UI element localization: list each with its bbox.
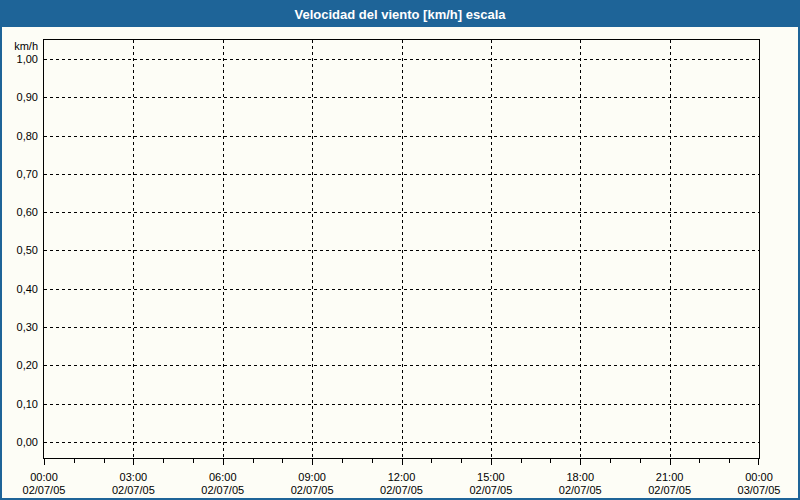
x-tick-date: 02/07/05 (270, 484, 354, 497)
chart-title-bar: Velocidad del viento [km/h] escala (2, 2, 798, 27)
x-tick-label: 18:0002/07/05 (538, 471, 622, 497)
x-tick-time: 09:00 (270, 471, 354, 484)
vertical-gridline (312, 40, 313, 458)
chart-window: Velocidad del viento [km/h] escala km/h … (0, 0, 800, 500)
x-tick-date: 02/07/05 (91, 484, 175, 497)
x-axis-major-tick (670, 459, 671, 465)
y-tick-label: 0,50 (2, 243, 38, 257)
y-tick-label: 0,60 (2, 205, 38, 219)
y-tick-label: 0,20 (2, 358, 38, 372)
x-tick-label: 12:0002/07/05 (360, 471, 444, 497)
x-tick-time: 03:00 (91, 471, 175, 484)
x-axis-major-tick (44, 459, 45, 465)
x-axis-minor-tick (550, 459, 551, 463)
y-tick-label: 0,40 (2, 282, 38, 296)
y-tick-label: 0,00 (2, 435, 38, 449)
x-axis-minor-tick (193, 459, 194, 463)
x-axis-minor-tick (163, 459, 164, 463)
x-axis-minor-tick (431, 459, 432, 463)
x-axis-minor-tick (699, 459, 700, 463)
x-axis-major-tick (223, 459, 224, 465)
x-axis-minor-tick (461, 459, 462, 463)
vertical-gridline (133, 40, 134, 458)
x-tick-date: 02/07/05 (360, 484, 444, 497)
x-tick-date: 03/07/05 (717, 484, 800, 497)
x-tick-date: 02/07/05 (2, 484, 86, 497)
x-axis-major-tick (758, 459, 759, 465)
chart-title: Velocidad del viento [km/h] escala (295, 7, 506, 22)
x-tick-time: 12:00 (360, 471, 444, 484)
x-axis-minor-tick (729, 459, 730, 463)
vertical-gridline (223, 40, 224, 458)
y-tick-label: 0,70 (2, 167, 38, 181)
vertical-gridline (491, 40, 492, 458)
x-tick-label: 15:0002/07/05 (449, 471, 533, 497)
y-tick-label: 0,80 (2, 129, 38, 143)
x-tick-date: 02/07/05 (449, 484, 533, 497)
plot-area (43, 39, 760, 459)
x-tick-time: 18:00 (538, 471, 622, 484)
x-tick-label: 09:0002/07/05 (270, 471, 354, 497)
x-axis-major-tick (312, 459, 313, 465)
y-tick-label: 0,90 (2, 90, 38, 104)
x-tick-label: 03:0002/07/05 (91, 471, 175, 497)
x-axis-minor-tick (640, 459, 641, 463)
x-axis-minor-tick (521, 459, 522, 463)
vertical-gridline (580, 40, 581, 458)
x-axis-minor-tick (610, 459, 611, 463)
x-tick-time: 00:00 (2, 471, 86, 484)
x-tick-date: 02/07/05 (628, 484, 712, 497)
x-axis-major-tick (491, 459, 492, 465)
x-tick-date: 02/07/05 (538, 484, 622, 497)
x-tick-label: 00:0002/07/05 (2, 471, 86, 497)
x-axis-minor-tick (74, 459, 75, 463)
x-axis-minor-tick (104, 459, 105, 463)
x-tick-label: 21:0002/07/05 (628, 471, 712, 497)
y-tick-label: 0,10 (2, 397, 38, 411)
vertical-gridline (670, 40, 671, 458)
x-tick-time: 06:00 (181, 471, 265, 484)
vertical-gridline (402, 40, 403, 458)
x-axis-minor-tick (342, 459, 343, 463)
x-tick-label: 00:0003/07/05 (717, 471, 800, 497)
x-tick-time: 15:00 (449, 471, 533, 484)
x-axis-major-tick (402, 459, 403, 465)
x-tick-time: 00:00 (717, 471, 800, 484)
x-axis-major-tick (133, 459, 134, 465)
x-axis-minor-tick (372, 459, 373, 463)
x-axis-major-tick (580, 459, 581, 465)
x-tick-label: 06:0002/07/05 (181, 471, 265, 497)
x-tick-date: 02/07/05 (181, 484, 265, 497)
x-tick-time: 21:00 (628, 471, 712, 484)
x-axis-minor-tick (253, 459, 254, 463)
y-tick-label: 0,30 (2, 320, 38, 334)
y-tick-label: 1,00 (2, 52, 38, 66)
x-axis-minor-tick (282, 459, 283, 463)
